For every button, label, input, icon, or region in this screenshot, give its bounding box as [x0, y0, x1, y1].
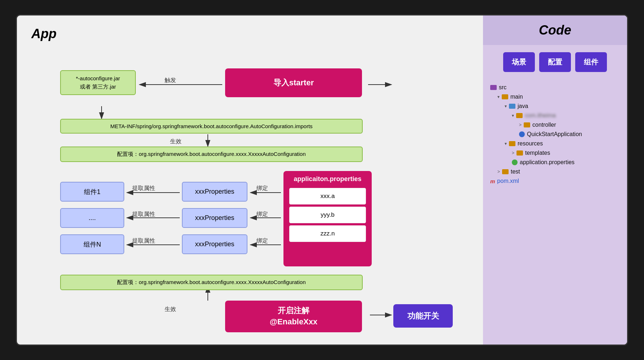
folder-icon-resources: [509, 141, 515, 146]
folder-icon-main: [502, 94, 508, 99]
extract-label3: 提取属性: [132, 237, 155, 245]
xxx-props3: xxxProperties: [182, 234, 247, 254]
tree-label-test: test: [511, 168, 520, 175]
code-section: Code 场景 配置 组件 src ▾ main ▾ java: [483, 15, 627, 345]
effect-label2: 生效: [165, 306, 176, 313]
app-props-title: applicaiton.properties: [283, 171, 372, 186]
tree-item-main: ▾ main: [490, 92, 620, 102]
tree-label-pom: pom.xml: [497, 178, 519, 184]
tree-item-package: ▾ com.itheima: [490, 111, 620, 120]
chevron-test: >: [497, 169, 500, 174]
diagram-area: 触发 生效 提取属性 提取属性 提取属性 绑定 绑定 绑定 生效 *-autoc…: [31, 49, 472, 337]
tree-item-app-props: application.properties: [490, 158, 620, 167]
folder-icon-test: [502, 169, 509, 174]
folder-icon-controller: [524, 122, 530, 127]
chevron-java: ▾: [505, 104, 507, 109]
app-section: App: [17, 15, 483, 345]
code-header: Code: [483, 15, 627, 45]
file-tree: src ▾ main ▾ java ▾ com.itheima >: [483, 79, 627, 189]
chevron-main: ▾: [497, 94, 500, 99]
folder-icon-package: [516, 113, 523, 118]
tree-label-controller: controller: [532, 122, 556, 128]
extract-label2: 提取属性: [132, 211, 155, 218]
feature-btn[interactable]: 功能开关: [393, 304, 453, 328]
tree-item-src: src: [490, 83, 620, 92]
tree-label-main: main: [510, 94, 523, 100]
effect-label1: 生效: [170, 138, 182, 145]
chevron-resources: ▾: [505, 141, 507, 146]
maven-icon-pom: m: [490, 178, 495, 184]
code-buttons: 场景 配置 组件: [496, 45, 614, 79]
zzz-n-row: zzz.n: [289, 225, 366, 242]
meta-inf-box: META-INF/spring/org.springframework.boot…: [60, 119, 363, 134]
code-title: Code: [483, 23, 627, 38]
tree-label-templates: templates: [525, 150, 550, 156]
chevron-package: ▾: [512, 113, 514, 118]
autoconfigure-box: *-autoconfigure.jar 或者 第三方.jar: [60, 70, 136, 95]
app-title: App: [31, 26, 472, 41]
enable-box: 开启注解 @EnableXxx: [225, 301, 362, 332]
tree-item-templates: > templates: [490, 148, 620, 158]
main-container: App: [16, 14, 628, 346]
tree-item-test: > test: [490, 167, 620, 176]
xxx-props1: xxxProperties: [182, 182, 247, 202]
folder-icon-src: [490, 85, 497, 90]
tree-label-app-props: application.properties: [520, 159, 574, 166]
config-item-box1: 配置项：org.springframework.boot.autoconfigu…: [60, 147, 363, 162]
tree-item-resources: ▾ resources: [490, 139, 620, 148]
bind-label1: 绑定: [256, 185, 268, 192]
import-starter-box: 导入starter: [225, 68, 362, 97]
tree-label-resources: resources: [518, 140, 543, 147]
component-dots-box: ....: [60, 208, 124, 228]
gear-icon-quickstart: [519, 131, 525, 137]
scene-button[interactable]: 场景: [503, 52, 535, 72]
config-button[interactable]: 配置: [539, 52, 571, 72]
componentN-box: 组件N: [60, 234, 124, 254]
tree-item-quickstart: QuickStartApplication: [490, 130, 620, 139]
chevron-controller: >: [519, 122, 522, 127]
app-props-box: applicaiton.properties xxx.a yyy.b zzz.n: [283, 171, 372, 266]
component1-box: 组件1: [60, 182, 124, 202]
chevron-templates: >: [512, 150, 514, 156]
gear-icon-app-props: [512, 159, 518, 165]
folder-icon-java: [509, 104, 515, 109]
trigger-label: 触发: [165, 77, 176, 84]
component-button[interactable]: 组件: [575, 52, 607, 72]
xxx-props2: xxxProperties: [182, 208, 247, 228]
yyy-b-row: yyy.b: [289, 207, 366, 223]
config-item-box2: 配置项：org.springframework.boot.autoconfigu…: [60, 275, 363, 290]
tree-label-package: com.itheima: [525, 112, 556, 119]
tree-item-pom: m pom.xml: [490, 176, 620, 186]
tree-label-java: java: [518, 103, 528, 109]
tree-item-controller: > controller: [490, 120, 620, 130]
xxx-a-row: xxx.a: [289, 188, 366, 204]
bind-label3: 绑定: [256, 237, 268, 245]
folder-icon-templates: [516, 150, 523, 156]
extract-label1: 提取属性: [132, 185, 155, 192]
tree-item-java: ▾ java: [490, 102, 620, 111]
tree-label-src: src: [499, 84, 506, 91]
tree-label-quickstart: QuickStartApplication: [527, 131, 582, 138]
bind-label2: 绑定: [256, 211, 268, 218]
